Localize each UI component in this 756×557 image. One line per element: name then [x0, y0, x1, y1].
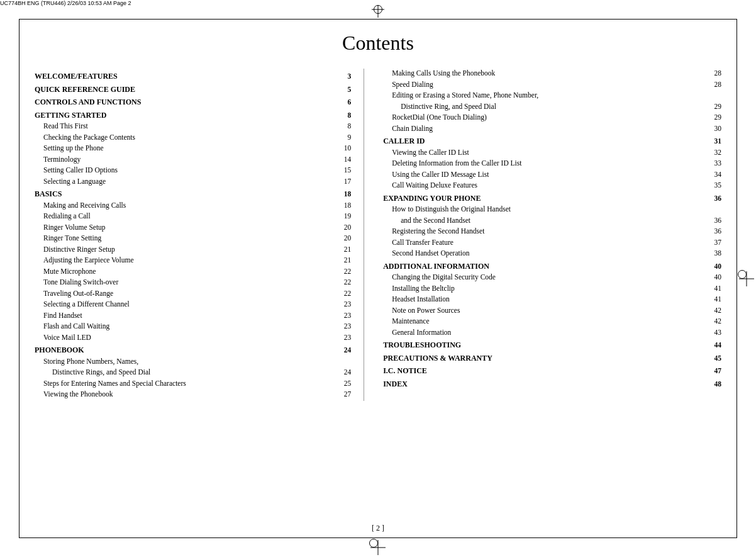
toc-entry: Steps for Entering Names and Special Cha…: [35, 379, 351, 389]
toc-page: 35: [706, 181, 721, 191]
toc-page: 43: [706, 328, 721, 338]
toc-label: Distinctive Rings, and Speed Dial: [52, 368, 335, 378]
toc-page: 29: [706, 113, 721, 123]
toc-page: 17: [335, 177, 351, 187]
toc-page: 21: [335, 245, 351, 255]
toc-entry: Find Handset23: [35, 311, 351, 321]
toc-label: Headset Installation: [392, 295, 706, 305]
content-area: Contents WELCOME/FEATURES3QUICK REFERENC…: [35, 31, 721, 526]
toc-entry: Speed Dialing28: [383, 80, 721, 90]
toc-label: TROUBLESHOOTING: [383, 340, 706, 350]
toc-entry: How to Distinguish the Original Handset: [383, 205, 721, 215]
border-bottom: [19, 537, 737, 538]
toc-label: Mute Microphone: [43, 267, 335, 277]
toc-page: 10: [335, 143, 351, 154]
toc-entry: and the Second Handset36: [383, 216, 721, 226]
toc-entry: PRECAUTIONS & WARRANTY45: [383, 353, 721, 364]
toc-page: 44: [706, 340, 721, 351]
toc-label: Storing Phone Numbers, Names,: [43, 357, 335, 367]
toc-page: 42: [706, 306, 721, 316]
toc-label: Read This First: [43, 121, 335, 132]
toc-page: 20: [335, 233, 351, 244]
toc-label: Using the Caller ID Message List: [392, 170, 706, 180]
toc-label: General Information: [392, 328, 706, 338]
toc-entry: I.C. NOTICE47: [383, 366, 721, 376]
toc-page: 38: [706, 249, 721, 259]
toc-page: 37: [706, 238, 721, 248]
toc-label: RocketDial (One Touch Dialing): [392, 113, 706, 123]
toc-label: Changing the Digital Security Code: [392, 273, 706, 283]
toc-page: 22: [335, 278, 351, 288]
toc-label: Distinctive Ringer Setup: [43, 245, 335, 255]
toc-page: 28: [706, 80, 721, 90]
toc-label: Installing the Beltclip: [392, 284, 706, 294]
toc-label: BASICS: [35, 189, 335, 199]
toc-label: I.C. NOTICE: [383, 366, 706, 376]
toc-entry: BASICS18: [35, 189, 351, 200]
toc-label: CONTROLS AND FUNCTIONS: [35, 97, 335, 107]
toc-page: 9: [335, 133, 351, 143]
toc-label: Checking the Package Contents: [43, 133, 335, 143]
toc-page: 41: [706, 295, 721, 305]
toc-label: Deleting Information from the Caller ID …: [392, 159, 706, 169]
toc-page: 5: [335, 85, 351, 95]
toc-entry: Call Waiting Deluxe Features35: [383, 181, 721, 191]
toc-entry: Read This First8: [35, 121, 351, 132]
toc-label: PHONEBOOK: [35, 345, 335, 355]
toc-label: Note on Power Sources: [392, 306, 706, 316]
toc-page: 27: [335, 390, 351, 400]
toc-page: 18: [335, 189, 351, 200]
toc-entry: QUICK REFERENCE GUIDE5: [35, 84, 351, 95]
left-column: WELCOME/FEATURES3QUICK REFERENCE GUIDE5C…: [35, 69, 364, 401]
toc-entry: Registering the Second Handset36: [383, 227, 721, 237]
toc-label: Selecting a Language: [43, 177, 335, 187]
toc-entry: Editing or Erasing a Stored Name, Phone …: [383, 91, 721, 101]
toc-page: 31: [706, 137, 721, 147]
toc-label: Call Waiting Deluxe Features: [392, 181, 706, 191]
toc-entry: Selecting a Language17: [35, 177, 351, 187]
toc-label: Editing or Erasing a Stored Name, Phone …: [392, 91, 706, 101]
toc-entry: Installing the Beltclip41: [383, 284, 721, 294]
toc-page: 6: [335, 98, 351, 108]
toc-entry: Distinctive Rings, and Speed Dial24: [35, 368, 351, 378]
border-right: [737, 19, 737, 538]
toc-entry: Viewing the Caller ID List32: [383, 148, 721, 158]
toc-entry: EXPANDING YOUR PHONE36: [383, 193, 721, 204]
toc-label: Setting up the Phone: [43, 143, 335, 154]
toc-entry: Distinctive Ringer Setup21: [35, 245, 351, 255]
toc-label: Terminology: [43, 155, 335, 165]
toc-page: 21: [335, 256, 351, 266]
toc-entry: Setting up the Phone10: [35, 143, 351, 154]
toc-label: EXPANDING YOUR PHONE: [383, 193, 706, 203]
toc-entry: Note on Power Sources42: [383, 306, 721, 316]
toc-label: Adjusting the Earpiece Volume: [43, 256, 335, 266]
toc-page: 15: [335, 166, 351, 176]
toc-page: 23: [335, 333, 351, 343]
toc-entry: Deleting Information from the Caller ID …: [383, 159, 721, 169]
toc-entry: Tone Dialing Switch-over22: [35, 278, 351, 288]
toc-entry: Adjusting the Earpiece Volume21: [35, 256, 351, 266]
toc-label: Maintenance: [392, 317, 706, 327]
toc-page: 23: [335, 300, 351, 310]
toc-entry: Viewing the Phonebook27: [35, 390, 351, 400]
toc-label: Distinctive Ring, and Speed Dial: [401, 102, 706, 112]
toc-page: 28: [706, 69, 721, 79]
toc-page: 33: [706, 159, 721, 169]
toc-page: 20: [335, 223, 351, 233]
toc-entry: ADDITIONAL INFORMATION40: [383, 261, 721, 272]
toc-label: Speed Dialing: [392, 80, 706, 90]
toc-page: 14: [335, 155, 351, 165]
toc-page: 19: [335, 211, 351, 222]
toc-label: Steps for Entering Names and Special Cha…: [43, 379, 335, 389]
toc-entry: Making and Receiving Calls18: [35, 201, 351, 211]
toc-label: and the Second Handset: [401, 216, 706, 226]
toc-page: 8: [335, 111, 351, 121]
toc-page: 42: [706, 317, 721, 327]
toc-label: Flash and Call Waiting: [43, 322, 335, 332]
toc-entry: CONTROLS AND FUNCTIONS6: [35, 97, 351, 108]
toc-entry: Voice Mail LED23: [35, 333, 351, 343]
toc-page: 22: [335, 267, 351, 277]
toc-label: Registering the Second Handset: [392, 227, 706, 237]
toc-page: 36: [706, 216, 721, 226]
toc-label: WELCOME/FEATURES: [35, 71, 335, 81]
